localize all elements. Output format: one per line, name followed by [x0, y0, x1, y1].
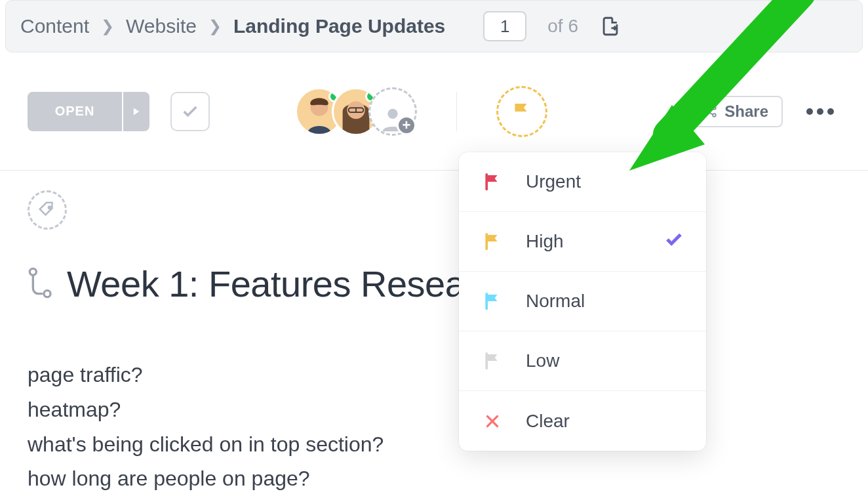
page-number-input[interactable] [483, 11, 526, 41]
share-label: Share [724, 102, 768, 121]
flag-icon [481, 230, 503, 253]
body-line: how long are people on page? [28, 461, 840, 496]
mark-complete-button[interactable] [170, 92, 210, 131]
share-button[interactable]: Share [689, 96, 783, 127]
plus-icon: + [397, 115, 416, 135]
flag-icon [481, 350, 503, 372]
priority-flag-button[interactable] [496, 86, 547, 137]
priority-option-label: Normal [526, 291, 585, 312]
svg-line-8 [709, 108, 713, 111]
status-dropdown-toggle[interactable] [123, 92, 149, 131]
more-menu-button[interactable] [806, 108, 834, 115]
status-label: OPEN [28, 92, 122, 131]
breadcrumb-item-1[interactable]: Website [126, 15, 197, 37]
priority-option-label: Clear [526, 411, 570, 432]
svg-point-12 [44, 290, 50, 297]
priority-option-label: High [526, 231, 564, 252]
priority-dropdown-menu: UrgentHighNormalLowClear [459, 152, 706, 451]
priority-option-normal[interactable]: Normal [459, 272, 706, 331]
status-open-button[interactable]: OPEN [28, 92, 149, 131]
breadcrumb: Content ❯ Website ❯ Landing Page Updates… [5, 0, 863, 52]
add-assignee-button[interactable]: + [368, 87, 417, 136]
priority-option-clear[interactable]: Clear [459, 391, 706, 451]
priority-option-high[interactable]: High [459, 212, 706, 272]
svg-point-11 [30, 268, 36, 275]
svg-point-10 [49, 206, 51, 209]
add-tag-button[interactable] [28, 190, 67, 230]
svg-line-9 [709, 112, 713, 114]
svg-point-4 [387, 108, 397, 118]
breadcrumb-item-0[interactable]: Content [20, 15, 89, 37]
body-line: page traffic? [28, 358, 840, 392]
chevron-right-icon: ❯ [101, 17, 114, 35]
task-content: Week 1: Features Resea page traffic? hea… [0, 171, 868, 500]
check-icon [664, 230, 684, 254]
priority-option-urgent[interactable]: Urgent [459, 152, 706, 212]
body-line: what's being clicked on in top section? [28, 427, 840, 462]
assignee-avatars: + [295, 87, 417, 136]
flag-icon [481, 171, 503, 193]
chevron-right-icon: ❯ [208, 17, 222, 35]
body-line: heatmap? [28, 392, 840, 427]
priority-option-label: Low [526, 350, 559, 371]
export-icon[interactable] [599, 15, 621, 37]
close-icon [481, 410, 503, 432]
subtask-icon [28, 266, 54, 302]
task-title[interactable]: Week 1: Features Resea [67, 262, 465, 305]
priority-option-low[interactable]: Low [459, 331, 706, 391]
task-description[interactable]: page traffic? heatmap? what's being clic… [28, 358, 840, 496]
priority-option-label: Urgent [526, 171, 581, 192]
task-toolbar: OPEN + Share [0, 52, 868, 171]
divider [456, 92, 457, 131]
page-total-label: of 6 [547, 16, 578, 37]
breadcrumb-item-2[interactable]: Landing Page Updates [233, 15, 445, 37]
flag-icon [481, 290, 503, 312]
